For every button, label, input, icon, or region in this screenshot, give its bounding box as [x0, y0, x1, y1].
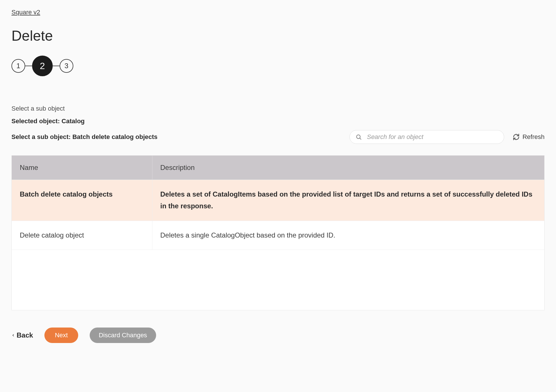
table-row[interactable]: Delete catalog object Deletes a single C…	[12, 221, 544, 250]
refresh-button[interactable]: Refresh	[513, 133, 545, 141]
select-sub-value-label: Select a sub object: Batch delete catalo…	[11, 133, 158, 141]
search-input[interactable]	[367, 133, 498, 141]
discard-button[interactable]: Discard Changes	[90, 328, 156, 343]
table-cell-description: Deletes a single CatalogObject based on …	[152, 221, 544, 250]
step-1[interactable]: 1	[11, 59, 25, 73]
table-cell-name: Delete catalog object	[12, 221, 152, 250]
svg-line-1	[360, 138, 361, 140]
chevron-left-icon	[11, 333, 15, 338]
table-cell-name: Batch delete catalog objects	[12, 180, 152, 221]
selected-object-label: Selected object: Catalog	[11, 117, 545, 125]
table-cell-description: Deletes a set of CatalogItems based on t…	[152, 180, 544, 221]
page-title: Delete	[11, 28, 545, 44]
table-container: Name Description Batch delete catalog ob…	[11, 155, 545, 310]
step-line	[25, 66, 32, 66]
search-icon	[355, 134, 362, 140]
table-row[interactable]: Batch delete catalog objects Deletes a s…	[12, 180, 544, 221]
back-label: Back	[17, 331, 33, 339]
select-sub-label: Select a sub object	[11, 105, 545, 112]
back-button[interactable]: Back	[11, 331, 33, 339]
stepper: 1 2 3	[11, 56, 545, 76]
table-empty-row	[12, 250, 544, 310]
step-2[interactable]: 2	[32, 56, 53, 76]
object-table: Name Description Batch delete catalog ob…	[12, 156, 544, 310]
table-header-name: Name	[12, 156, 152, 180]
next-button[interactable]: Next	[44, 328, 78, 343]
step-3[interactable]: 3	[60, 59, 73, 73]
search-box[interactable]	[349, 130, 504, 144]
table-header-description: Description	[152, 156, 544, 180]
breadcrumb[interactable]: Square v2	[11, 9, 40, 16]
step-line	[53, 66, 60, 66]
refresh-label: Refresh	[522, 133, 545, 141]
footer-buttons: Back Next Discard Changes	[11, 328, 545, 343]
refresh-icon	[513, 134, 520, 140]
